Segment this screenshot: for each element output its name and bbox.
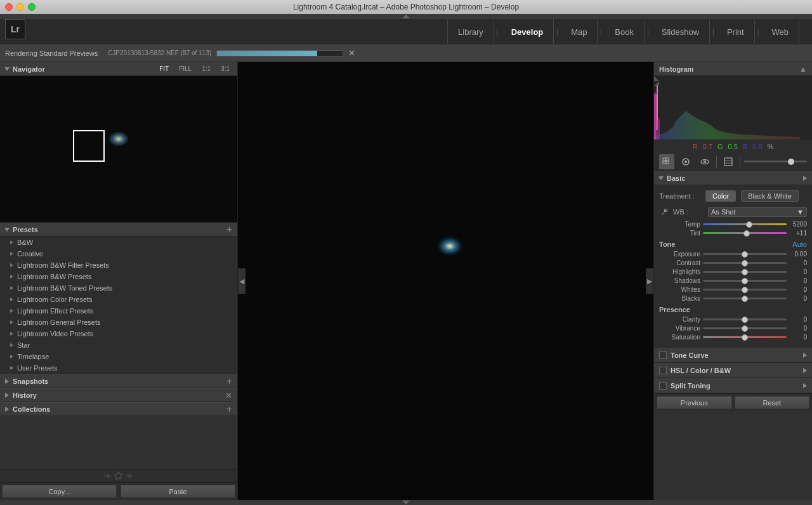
top-chevron-bar[interactable] <box>0 14 812 19</box>
tool-eye-icon[interactable] <box>697 154 712 169</box>
history-clear-button[interactable]: ✕ <box>225 391 232 400</box>
preset-lr-effect-arrow-icon <box>10 309 13 313</box>
maximize-button[interactable] <box>28 3 36 11</box>
nav-develop[interactable]: Develop <box>501 19 554 44</box>
zoom-fit[interactable]: FIT <box>157 64 171 74</box>
hsl-section[interactable]: HSL / Color / B&W <box>654 363 812 378</box>
highlights-value: 0 <box>789 268 807 275</box>
preset-lr-effect[interactable]: Lightroom Effect Presets <box>0 305 237 317</box>
collections-add-button[interactable]: + <box>226 403 232 415</box>
previous-button[interactable]: Previous <box>657 396 732 409</box>
tint-slider[interactable] <box>703 232 787 234</box>
clarity-slider[interactable] <box>703 318 787 320</box>
paste-button[interactable]: Paste <box>121 485 235 498</box>
preset-star[interactable]: Star <box>0 339 237 351</box>
preset-creative[interactable]: Creative <box>0 248 237 259</box>
tool-divider <box>716 156 717 167</box>
history-panel[interactable]: History ✕ <box>0 388 237 402</box>
left-panel-toggle[interactable]: ◀ <box>238 268 246 294</box>
temp-slider[interactable] <box>703 223 787 225</box>
histogram-header: Histogram ▲ <box>654 62 812 76</box>
svg-rect-0 <box>663 158 665 161</box>
render-cancel-button[interactable]: ✕ <box>348 48 355 58</box>
histogram-g-value: 0.5 <box>728 143 738 150</box>
treatment-color-btn[interactable]: Color <box>705 190 736 202</box>
hsl-checkbox[interactable] <box>659 367 667 374</box>
histogram-r-label: R <box>693 143 698 150</box>
nav-book[interactable]: Book <box>605 19 645 44</box>
tone-curve-checkbox[interactable] <box>659 351 667 359</box>
shadows-slider[interactable] <box>703 280 787 282</box>
preset-bw[interactable]: B&W <box>0 237 237 248</box>
nav-web[interactable]: Web <box>762 19 800 44</box>
vibrance-thumb <box>742 325 748 332</box>
history-triangle-icon <box>5 393 9 398</box>
whites-slider[interactable] <box>703 289 787 291</box>
histogram-canvas <box>654 76 812 140</box>
nav-slideshow[interactable]: Slideshow <box>652 19 710 44</box>
vibrance-slider[interactable] <box>703 327 787 329</box>
split-toning-checkbox[interactable] <box>659 382 667 390</box>
collections-panel[interactable]: Collections + <box>0 402 237 416</box>
minimize-button[interactable] <box>16 3 24 11</box>
left-panel: Navigator FIT FILL 1:1 3:1 <box>0 62 238 500</box>
preset-lr-bw-filter[interactable]: Lightroom B&W Filter Presets <box>0 259 237 271</box>
tone-auto-button[interactable]: Auto <box>792 240 807 248</box>
zoom-fill[interactable]: FILL <box>176 64 194 74</box>
preset-lr-video[interactable]: Lightroom Video Presets <box>0 328 237 339</box>
whites-value: 0 <box>789 286 807 293</box>
preset-lr-bw-toned[interactable]: Lightroom B&W Toned Presets <box>0 282 237 294</box>
close-button[interactable] <box>5 3 13 11</box>
snapshots-panel[interactable]: Snapshots + <box>0 374 237 388</box>
exposure-thumb <box>742 251 748 258</box>
presence-title: Presence <box>659 306 690 313</box>
preset-lr-color[interactable]: Lightroom Color Presets <box>0 294 237 305</box>
presets-add-button[interactable]: + <box>226 224 232 235</box>
tint-label: Tint <box>659 230 700 237</box>
preset-lr-general[interactable]: Lightroom General Presets <box>0 317 237 328</box>
highlights-slider[interactable] <box>703 271 787 273</box>
left-bottom: ❧✿❧ Copy... Paste <box>0 469 237 500</box>
bottom-strip[interactable] <box>0 500 812 505</box>
reset-button[interactable]: Reset <box>735 396 810 409</box>
hsl-label: HSL / Color / B&W <box>671 367 803 374</box>
navigator-header[interactable]: Navigator FIT FILL 1:1 3:1 <box>0 62 237 76</box>
zoom-1to1[interactable]: 1:1 <box>199 64 213 74</box>
preset-lr-bw[interactable]: Lightroom B&W Presets <box>0 271 237 282</box>
tone-curve-section[interactable]: Tone Curve <box>654 348 812 363</box>
tool-gradient-icon[interactable] <box>721 154 736 169</box>
saturation-slider-row: Saturation 0 <box>659 334 807 341</box>
treatment-bw-btn[interactable]: Black & White <box>741 190 798 202</box>
zoom-3to1[interactable]: 3:1 <box>218 64 232 74</box>
exposure-label: Exposure <box>659 251 700 258</box>
navigator-label: Navigator <box>13 65 157 73</box>
wb-dropdown[interactable]: As Shot ▼ <box>708 207 807 217</box>
nav-map[interactable]: Map <box>561 19 598 44</box>
split-toning-section[interactable]: Split Toning <box>654 378 812 393</box>
vibrance-label: Vibrance <box>659 325 700 332</box>
blacks-slider[interactable] <box>703 298 787 299</box>
histogram-graph <box>654 82 800 140</box>
preset-user[interactable]: User Presets <box>0 362 237 374</box>
history-label: History <box>13 391 225 399</box>
histogram-clip-shadow-icon[interactable] <box>654 76 659 81</box>
navigator-image <box>0 76 237 222</box>
contrast-slider[interactable] <box>703 262 787 264</box>
nav-library[interactable]: Library <box>447 19 494 44</box>
histogram-chevron-icon: ▲ <box>799 65 807 74</box>
snapshots-add-button[interactable]: + <box>226 376 232 387</box>
collections-triangle-icon <box>5 407 9 412</box>
exposure-value: 0.00 <box>789 251 807 258</box>
saturation-slider[interactable] <box>703 336 787 338</box>
wb-eyedropper-icon[interactable] <box>659 207 669 217</box>
tool-grid-icon[interactable] <box>659 154 674 169</box>
tool-slider[interactable] <box>744 161 807 162</box>
exposure-slider[interactable] <box>703 253 787 255</box>
presets-header[interactable]: Presets + <box>0 223 237 237</box>
preset-timelapse[interactable]: Timelapse <box>0 351 237 362</box>
nav-print[interactable]: Print <box>717 19 755 44</box>
tool-circle-icon[interactable] <box>678 154 693 169</box>
right-panel-toggle[interactable]: ▶ <box>646 268 653 294</box>
copy-button[interactable]: Copy... <box>2 485 117 498</box>
basic-section-header[interactable]: Basic <box>654 171 812 185</box>
